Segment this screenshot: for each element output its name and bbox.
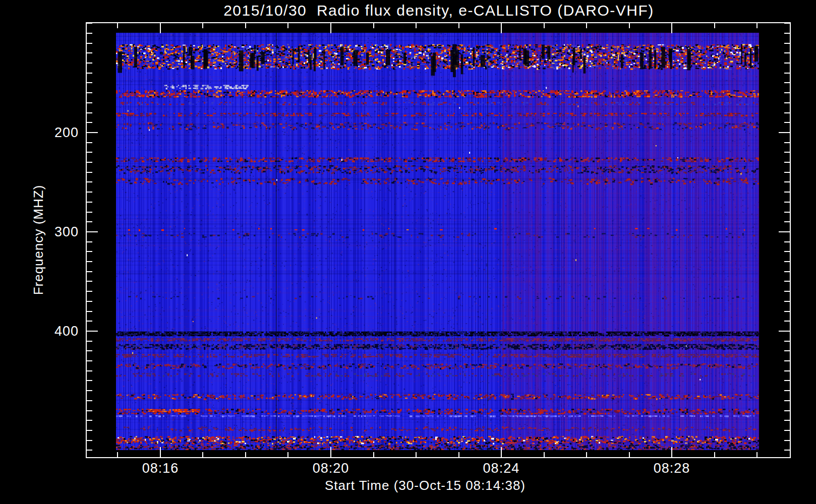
x-minor-tick: [629, 23, 630, 28]
x-major-tick: [160, 23, 161, 33]
y-minor-tick: [784, 33, 790, 34]
y-minor-tick: [87, 241, 92, 242]
x-minor-tick: [245, 23, 246, 28]
x-minor-tick: [287, 23, 288, 28]
y-minor-tick: [87, 400, 92, 401]
y-minor-tick: [784, 450, 790, 451]
y-minor-tick: [784, 370, 790, 371]
y-major-tick: [779, 231, 790, 232]
y-minor-tick: [784, 400, 790, 401]
y-minor-tick: [87, 112, 92, 113]
y-minor-tick: [784, 360, 790, 361]
y-minor-tick: [87, 311, 92, 312]
x-minor-tick: [714, 452, 715, 457]
y-minor-tick: [87, 321, 92, 322]
y-minor-tick: [784, 62, 790, 64]
y-minor-tick: [784, 291, 790, 292]
x-major-tick: [330, 447, 331, 457]
y-minor-tick: [784, 102, 790, 103]
spectrogram-canvas: [116, 33, 759, 450]
y-minor-tick: [784, 410, 790, 411]
y-major-tick: [87, 331, 98, 332]
y-minor-tick: [87, 291, 92, 292]
y-tick-label: 200: [26, 125, 79, 141]
y-minor-tick: [784, 43, 790, 44]
y-minor-tick: [87, 221, 92, 222]
y-minor-tick: [87, 142, 92, 143]
y-minor-tick: [87, 341, 92, 342]
y-minor-tick: [87, 162, 92, 163]
y-minor-tick: [784, 430, 790, 431]
x-minor-tick: [586, 452, 587, 457]
y-minor-tick: [784, 321, 790, 322]
y-minor-tick: [87, 271, 92, 272]
y-minor-tick: [87, 420, 92, 421]
x-minor-tick: [756, 23, 757, 28]
y-minor-tick: [784, 390, 790, 391]
y-minor-tick: [87, 172, 92, 173]
y-minor-tick: [87, 33, 92, 34]
x-minor-tick: [629, 452, 630, 457]
y-minor-tick: [87, 23, 92, 24]
x-minor-tick: [586, 23, 587, 28]
y-minor-tick: [784, 380, 790, 381]
y-minor-tick: [87, 450, 92, 451]
x-major-tick: [160, 447, 161, 457]
y-minor-tick: [784, 212, 790, 213]
y-minor-tick: [784, 301, 790, 302]
y-minor-tick: [87, 92, 92, 93]
x-minor-tick: [202, 23, 203, 28]
y-minor-tick: [784, 112, 790, 113]
y-minor-tick: [87, 152, 92, 153]
y-minor-tick: [87, 73, 92, 74]
y-minor-tick: [87, 430, 92, 431]
x-tick-label: 08:24: [466, 461, 537, 476]
x-minor-tick: [202, 452, 203, 457]
y-minor-tick: [87, 251, 92, 252]
x-axis-label: Start Time (30-Oct-15 08:14:38): [73, 478, 777, 493]
y-major-tick: [87, 231, 98, 232]
y-minor-tick: [784, 122, 790, 123]
x-minor-tick: [544, 452, 545, 457]
x-minor-tick: [416, 23, 417, 28]
y-major-tick: [87, 132, 98, 133]
chart-title: 2015/10/30 Radio flux density, e-CALLIST…: [87, 2, 791, 19]
x-minor-tick: [416, 452, 417, 457]
y-minor-tick: [87, 192, 92, 193]
plot-frame: [86, 22, 791, 458]
x-minor-tick: [245, 452, 246, 457]
y-major-tick: [779, 331, 790, 332]
y-minor-tick: [784, 251, 790, 252]
x-tick-label: 08:28: [636, 461, 707, 476]
y-minor-tick: [87, 202, 92, 203]
y-minor-tick: [784, 92, 790, 93]
y-minor-tick: [87, 390, 92, 391]
y-tick-label: 300: [26, 224, 79, 240]
y-minor-tick: [784, 152, 790, 153]
y-minor-tick: [784, 52, 790, 53]
y-axis-label: Frequency (MHZ): [31, 185, 46, 295]
x-minor-tick: [458, 452, 459, 457]
y-minor-tick: [784, 142, 790, 143]
y-minor-tick: [784, 82, 790, 83]
spectrogram-page: 2015/10/30 Radio flux density, e-CALLIST…: [0, 0, 816, 504]
x-major-tick: [501, 23, 502, 33]
y-minor-tick: [87, 350, 92, 351]
x-major-tick: [671, 447, 672, 457]
y-minor-tick: [87, 122, 92, 123]
y-minor-tick: [784, 350, 790, 351]
y-minor-tick: [784, 281, 790, 282]
y-minor-tick: [87, 261, 92, 262]
y-minor-tick: [87, 212, 92, 213]
x-major-tick: [330, 23, 331, 33]
x-minor-tick: [756, 452, 757, 457]
x-minor-tick: [117, 452, 118, 457]
y-minor-tick: [784, 73, 790, 74]
x-minor-tick: [287, 452, 288, 457]
x-minor-tick: [373, 452, 374, 457]
y-minor-tick: [87, 82, 92, 83]
y-minor-tick: [784, 221, 790, 222]
y-minor-tick: [784, 162, 790, 163]
y-minor-tick: [784, 341, 790, 342]
x-major-tick: [671, 23, 672, 33]
